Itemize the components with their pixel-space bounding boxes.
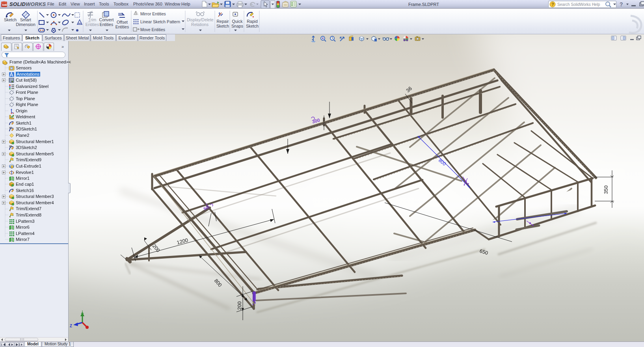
svg-text:200: 200 [236, 301, 242, 310]
svg-text:Z: Z [70, 324, 72, 328]
svg-text:350: 350 [603, 185, 609, 194]
svg-text:?: ? [551, 2, 554, 7]
svg-text:SW: SW [2, 3, 7, 7]
svg-text:?: ? [620, 1, 623, 7]
